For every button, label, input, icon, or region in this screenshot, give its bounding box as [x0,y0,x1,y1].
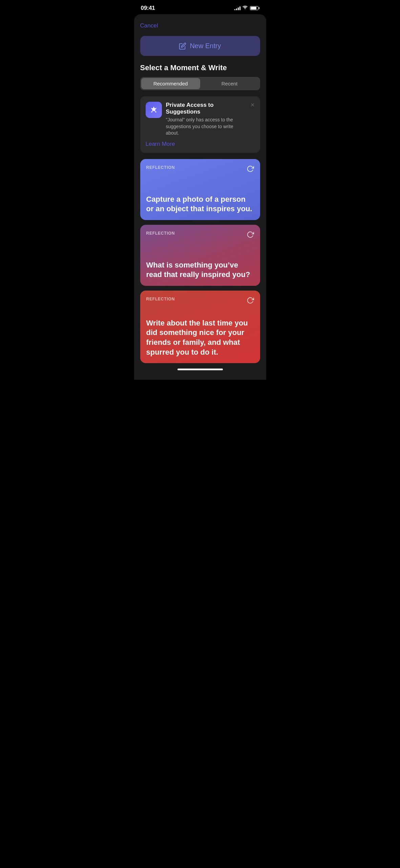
reflection-prompt-2: What is something you’ve read that reall… [146,260,254,280]
refresh-button-1[interactable] [247,165,254,174]
home-indicator [177,369,223,370]
new-entry-label: New Entry [190,42,221,50]
reflection-tag-2: REFLECTION [146,231,254,236]
tab-recent[interactable]: Recent [200,78,259,89]
cancel-button[interactable]: Cancel [140,21,158,31]
svg-point-1 [155,111,156,113]
privacy-description: "Journal" only has access to the suggest… [166,117,246,137]
tab-recommended[interactable]: Recommended [141,78,200,89]
refresh-button-3[interactable] [247,297,254,306]
signal-icon [234,6,240,10]
privacy-text-block: Private Access to Suggestions "Journal" … [166,102,246,137]
reflection-card-3[interactable]: REFLECTION Write about the last time you… [140,291,260,363]
privacy-card: Private Access to Suggestions "Journal" … [140,96,260,153]
refresh-button-2[interactable] [247,231,254,240]
reflection-prompt-1: Capture a photo of a person or an object… [146,195,254,214]
status-time: 09:41 [141,5,155,12]
status-icons [234,5,259,11]
wifi-icon [243,5,248,11]
reflection-prompt-3: Write about the last time you did someth… [146,318,254,357]
svg-point-0 [151,111,152,113]
privacy-close-button[interactable]: ✕ [250,102,255,108]
main-content: Cancel New Entry Select a Moment & Write… [134,14,266,380]
battery-icon [250,6,259,10]
section-title: Select a Moment & Write [140,63,260,72]
privacy-icon [146,102,162,118]
segment-control: Recommended Recent [140,77,260,90]
reflection-card-1[interactable]: REFLECTION Capture a photo of a person o… [140,159,260,220]
privacy-card-header: Private Access to Suggestions "Journal" … [146,102,255,137]
learn-more-link[interactable]: Learn More [146,141,175,147]
privacy-title: Private Access to Suggestions [166,102,246,115]
reflection-card-2[interactable]: REFLECTION What is something you’ve read… [140,225,260,286]
status-bar: 09:41 [134,0,266,14]
new-entry-button[interactable]: New Entry [140,36,260,56]
edit-icon [179,42,186,50]
reflection-tag-3: REFLECTION [146,297,254,301]
reflection-tag-1: REFLECTION [146,165,254,170]
